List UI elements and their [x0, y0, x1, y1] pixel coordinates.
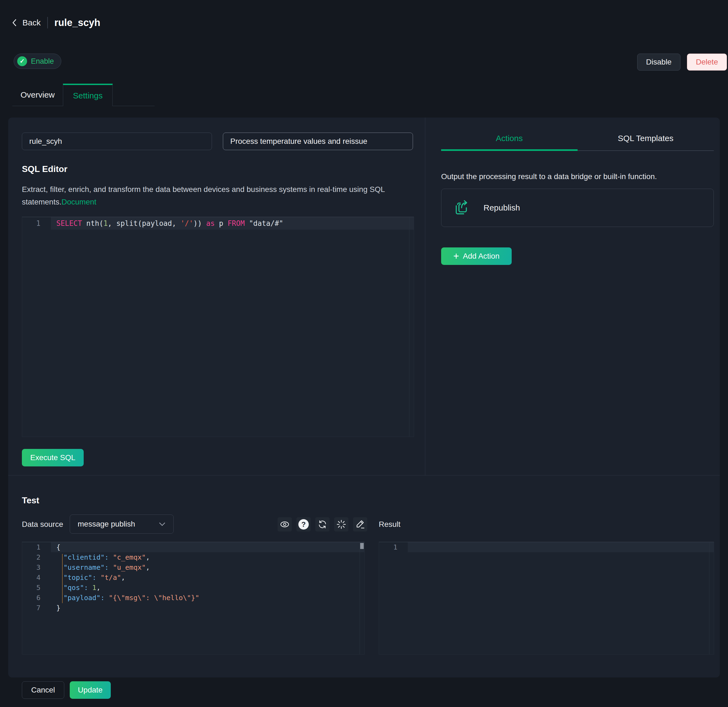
sql-keyword: as: [206, 219, 215, 228]
chevron-down-icon: [159, 522, 166, 526]
json-key: "topic":: [64, 574, 96, 581]
sql-code-line: 1 SELECT nth(1, split(payload, '/')) as …: [22, 217, 414, 229]
data-source-select[interactable]: message publish: [70, 515, 174, 534]
result-label: Result: [379, 520, 400, 529]
disable-button[interactable]: Disable: [637, 53, 680, 71]
rule-settings-page: Back rule_scyh ✓ Enable Disable Delete O…: [0, 0, 728, 707]
json-content: "qos": 1,: [51, 583, 364, 593]
json-key: "clientid":: [64, 553, 109, 561]
data-source-label: Data source: [22, 520, 63, 529]
line-number: 3: [22, 563, 51, 573]
sql-text: )): [194, 219, 206, 228]
json-comma: ,: [121, 574, 125, 581]
sql-code-content: SELECT nth(1, split(payload, '/')) as p …: [51, 217, 414, 229]
delete-button[interactable]: Delete: [687, 53, 727, 71]
test-toolbar: ?: [277, 517, 367, 531]
execute-sql-button[interactable]: Execute SQL: [22, 449, 84, 466]
tab-actions-label: Actions: [496, 134, 523, 143]
sql-text: , split(payload,: [108, 219, 181, 228]
json-comma: ,: [96, 584, 100, 592]
header-divider: [47, 17, 48, 29]
json-key: "username":: [64, 563, 109, 571]
sql-text: p: [215, 219, 228, 228]
share-square-icon: [453, 199, 470, 216]
sql-code-editor[interactable]: 1 SELECT nth(1, split(payload, '/')) as …: [22, 217, 414, 437]
rule-description-input[interactable]: [223, 133, 413, 150]
sql-text: nth(: [82, 219, 103, 228]
tab-sql-templates-underline: [578, 150, 714, 151]
document-link[interactable]: Document: [62, 198, 97, 206]
settings-panel: SQL Editor Extract, filter, enrich, and …: [8, 118, 720, 677]
rule-name-input[interactable]: [22, 133, 212, 150]
line-number: 1: [22, 542, 51, 552]
cancel-button[interactable]: Cancel: [22, 681, 64, 699]
back-button[interactable]: Back: [11, 18, 41, 27]
back-label: Back: [22, 18, 41, 27]
chevron-left-icon: [11, 18, 18, 27]
tab-actions[interactable]: Actions: [441, 126, 578, 151]
json-line: 2 "clientid": "c_emqx",: [22, 552, 364, 563]
sql-editor-description: Extract, filter, enrich, and transform t…: [22, 183, 402, 208]
json-line: 1 {: [22, 542, 364, 552]
question-glyph: ?: [298, 519, 309, 530]
actions-column: Actions SQL Templates Output the process…: [425, 118, 720, 475]
sql-string: '/': [181, 219, 194, 228]
json-value: "{\"msg\": \"hello\"}": [105, 594, 199, 602]
line-number: 6: [22, 593, 51, 603]
line-number: 2: [22, 552, 51, 563]
test-section-title: Test: [22, 495, 39, 505]
actions-description: Output the processing result to a data b…: [441, 172, 712, 181]
scrollbar-track[interactable]: [409, 217, 414, 437]
question-circle-icon[interactable]: ?: [296, 517, 311, 531]
json-line: 5 "qos": 1,: [22, 583, 364, 593]
sql-editor-title: SQL Editor: [22, 164, 68, 174]
line-number: 7: [22, 603, 51, 613]
scrollbar-thumb[interactable]: [360, 543, 364, 549]
eye-icon[interactable]: [277, 517, 292, 531]
json-line: 3 "username": "u_emqx",: [22, 563, 364, 573]
result-line: 1: [379, 542, 714, 552]
sparkle-icon[interactable]: [334, 517, 348, 531]
refresh-icon[interactable]: [315, 517, 329, 531]
tab-settings[interactable]: Settings: [63, 84, 113, 106]
json-key: "payload":: [64, 594, 105, 602]
tab-sql-templates[interactable]: SQL Templates: [578, 126, 714, 151]
json-number: 1: [88, 584, 96, 592]
json-value: "u_emqx": [109, 563, 146, 571]
actions-tab-bar: Actions SQL Templates: [441, 126, 714, 151]
sql-keyword: SELECT: [56, 219, 82, 228]
json-comma: ,: [146, 553, 150, 561]
enable-label: Enable: [31, 57, 54, 66]
test-input-editor[interactable]: 1 { 2 "clientid": "c_emqx", 3 "username"…: [22, 542, 364, 655]
json-content: "clientid": "c_emqx",: [51, 552, 364, 563]
json-value: "t/a": [96, 574, 121, 581]
json-line: 4 "topic": "t/a",: [22, 573, 364, 583]
sql-keyword: FROM: [228, 219, 245, 228]
data-source-value: message publish: [78, 520, 135, 528]
result-content: [408, 542, 714, 552]
line-number: 1: [379, 542, 408, 552]
sql-number: 1: [103, 219, 108, 228]
main-tab-bar: Overview Settings: [12, 84, 155, 106]
test-result-editor[interactable]: 1: [379, 542, 714, 655]
json-line: 7 }: [22, 603, 364, 613]
edit-pencil-icon[interactable]: [353, 517, 367, 531]
json-value: "c_emqx": [109, 553, 146, 561]
header: Back rule_scyh: [11, 17, 100, 29]
enable-status-badge[interactable]: ✓ Enable: [14, 53, 61, 69]
line-number: 4: [22, 573, 51, 583]
json-brace: {: [56, 543, 61, 551]
json-comma: ,: [146, 563, 150, 571]
json-key: "qos":: [64, 584, 88, 592]
line-number: 1: [22, 217, 51, 229]
scrollbar-track[interactable]: [360, 542, 364, 654]
republish-action-card[interactable]: Republish: [441, 189, 714, 227]
scrollbar-track[interactable]: [709, 542, 714, 654]
tab-actions-underline: [441, 149, 578, 151]
tab-overview[interactable]: Overview: [12, 84, 63, 106]
add-action-button[interactable]: + Add Action: [441, 247, 512, 265]
json-content: "username": "u_emqx",: [51, 563, 364, 573]
json-line: 6 "payload": "{\"msg\": \"hello\"}": [22, 593, 364, 603]
update-button[interactable]: Update: [70, 681, 111, 699]
line-number: 5: [22, 583, 51, 593]
